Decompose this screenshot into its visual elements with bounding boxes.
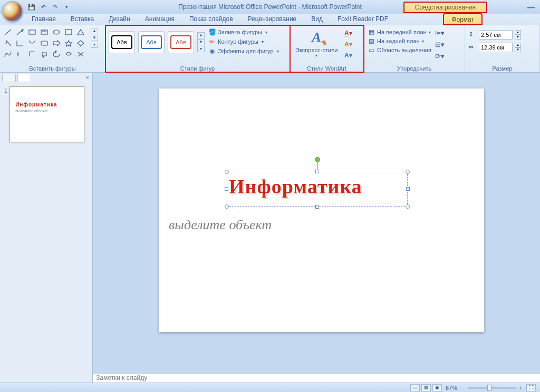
wordart-shape-selected[interactable]: Информатика (227, 172, 408, 207)
svg-point-13 (43, 56, 44, 57)
resize-handle-e[interactable] (406, 187, 410, 191)
width-icon: ⇔ (468, 43, 477, 52)
shapes-scroll[interactable]: ▲▼▾ (91, 28, 98, 60)
group-shape-styles: Абв Абв Абв ▲▼▾ 🪣Заливка фигуры▾ ✏Контур… (105, 25, 290, 72)
save-icon[interactable]: 💾 (27, 3, 36, 11)
resize-handle-sw[interactable] (225, 204, 229, 209)
selection-icon: ▭ (368, 46, 375, 54)
shapes-gallery[interactable] (2, 27, 89, 60)
shape-outline-button[interactable]: ✏Контур фигуры▾ (207, 37, 281, 46)
qat-more-icon[interactable]: ▾ (62, 3, 71, 11)
ribbon: ▲▼▾ Вставить фигуры Абв Абв Абв ▲▼▾ 🪣Зал… (0, 25, 540, 73)
group-label: Упорядочить (366, 65, 462, 72)
group-size: ⇕ 2,57 см ▲▼ ⇔ 12,39 см ▲▼ Размер (465, 25, 540, 72)
panel-tab-outline[interactable] (17, 74, 31, 82)
group-wordart-styles: A Экспресс-стили ▾ A▾ A▾ A▾ Стили WordAr… (290, 25, 364, 72)
office-button[interactable] (2, 1, 23, 22)
quick-access-toolbar: 💾 ↶ ↷ ▾ (27, 3, 71, 11)
width-spinner[interactable]: ▲▼ (515, 43, 521, 52)
svg-line-0 (5, 30, 11, 35)
height-spinner[interactable]: ▲▼ (515, 30, 521, 40)
svg-marker-8 (78, 30, 84, 35)
group-label: Стили фигур (108, 65, 287, 72)
tab-slideshow[interactable]: Показ слайдов (182, 14, 240, 25)
svg-marker-11 (65, 41, 72, 46)
bring-front-icon: ▦ (368, 28, 375, 36)
svg-marker-14 (55, 51, 56, 53)
view-slideshow-button[interactable]: ▣ (432, 384, 442, 391)
style-preset-2[interactable]: Абв (138, 31, 165, 53)
text-effects-button[interactable]: A▾ (342, 51, 354, 60)
tab-review[interactable]: Рецензирование (240, 14, 304, 25)
fit-window-button[interactable]: ⛶ (526, 384, 536, 391)
svg-point-6 (53, 30, 60, 34)
selection-pane-button[interactable]: ▭Область выделения (366, 46, 433, 54)
send-back-button[interactable]: ▨На задний план▾ (366, 37, 433, 45)
zoom-out-button[interactable]: − (461, 385, 464, 391)
slide-number: 1 (4, 86, 7, 142)
text-outline-button[interactable]: A▾ (342, 40, 354, 49)
resize-handle-se[interactable] (406, 204, 410, 209)
text-fill-button[interactable]: A▾ (342, 28, 354, 38)
resize-handle-ne[interactable] (406, 170, 410, 174)
slide-canvas[interactable]: Информатика выделите объект (159, 89, 484, 332)
rotate-button[interactable]: ⟳▾ (435, 52, 445, 62)
group-label: Вставить фигуры (2, 65, 103, 72)
height-icon: ⇕ (468, 31, 477, 39)
shape-fill-button[interactable]: 🪣Заливка фигуры▾ (207, 28, 281, 36)
zoom-in-button[interactable]: + (519, 385, 523, 391)
status-bar: ▭ ▦ ▣ 67% − + ⛶ (0, 383, 540, 392)
zoom-slider[interactable] (468, 387, 516, 389)
panel-close-icon[interactable]: × (86, 74, 89, 81)
svg-rect-4 (41, 30, 47, 34)
slide-thumbnail[interactable]: Информатика выделите объект (9, 86, 84, 142)
tab-home[interactable]: Главная (24, 14, 63, 25)
style-preset-1[interactable]: Абв (109, 31, 135, 53)
group-button[interactable]: ⊞▾ (435, 41, 445, 50)
paint-bucket-icon: 🪣 (208, 28, 216, 36)
view-normal-button[interactable]: ▭ (410, 384, 420, 391)
slide-canvas-area[interactable]: Информатика выделите объект (93, 73, 540, 383)
align-button[interactable]: ⊫▾ (435, 29, 445, 38)
view-sorter-button[interactable]: ▦ (421, 384, 431, 391)
group-label: Стили WordArt (292, 65, 361, 72)
style-gallery-more[interactable]: ▲▼▾ (197, 32, 205, 52)
wordart-label: Экспресс-стили (295, 47, 338, 53)
height-input[interactable]: 2,57 см (479, 30, 513, 40)
tab-design[interactable]: Дизайн (101, 14, 137, 25)
width-input[interactable]: 12,39 см (479, 43, 513, 52)
resize-handle-w[interactable] (225, 187, 228, 191)
effects-icon: ◉ (208, 47, 216, 55)
resize-handle-n[interactable] (315, 170, 319, 173)
resize-handle-s[interactable] (315, 205, 319, 209)
style-preset-3[interactable]: Абв (168, 31, 194, 53)
wordart-quick-styles-button[interactable]: A Экспресс-стили ▾ (292, 27, 341, 60)
svg-rect-9 (41, 41, 47, 45)
notes-pane[interactable]: Заметки к слайду (93, 373, 540, 383)
tab-foxit[interactable]: Foxit Reader PDF (330, 14, 396, 25)
shape-style-gallery[interactable]: Абв Абв Абв ▲▼▾ (108, 27, 205, 55)
resize-handle-nw[interactable] (225, 170, 229, 174)
selection-outline (227, 172, 408, 207)
contextual-tab-label: Средства рисования (403, 2, 487, 13)
undo-icon[interactable]: ↶ (39, 3, 47, 11)
title-bar: 💾 ↶ ↷ ▾ Презентация Microsoft Office Pow… (0, 0, 540, 14)
group-insert-shapes: ▲▼▾ Вставить фигуры (0, 25, 105, 72)
svg-marker-2 (22, 30, 23, 32)
rotate-handle[interactable] (315, 157, 320, 162)
subtitle-placeholder[interactable]: выделите объект (169, 217, 272, 233)
shape-effects-button[interactable]: ◉Эффекты для фигур▾ (207, 47, 281, 55)
redo-icon[interactable]: ↷ (51, 3, 59, 11)
panel-tab-slides[interactable] (2, 74, 16, 82)
workspace: × 1 Информатика выделите объект (0, 73, 540, 383)
send-back-icon: ▨ (368, 37, 375, 45)
tab-format[interactable]: Формат (443, 14, 482, 25)
slides-panel: × 1 Информатика выделите объект (0, 73, 93, 383)
rotate-connector (317, 161, 318, 170)
tab-insert[interactable]: Вставка (63, 14, 102, 25)
window-title: Презентация Microsoft Office PowerPoint … (178, 3, 362, 11)
bring-front-button[interactable]: ▦На передний план▾ (366, 28, 433, 36)
tab-animation[interactable]: Анимация (138, 14, 182, 25)
minimize-icon[interactable]: — (527, 3, 535, 12)
tab-view[interactable]: Вид (304, 14, 330, 25)
